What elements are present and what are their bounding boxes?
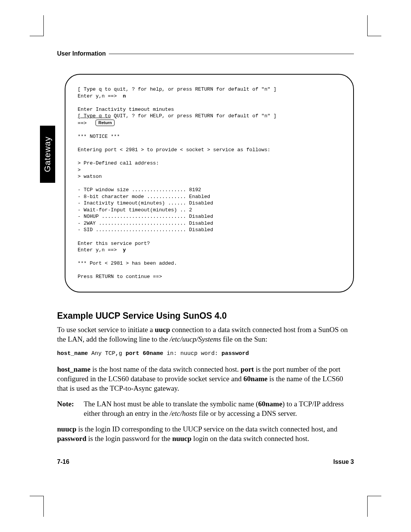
text-run: is the login password for the	[86, 435, 172, 443]
crop-mark-bottom-left	[30, 496, 44, 517]
text-run: To use socket service to initiate a	[57, 326, 155, 334]
page-number: 7-16	[57, 459, 69, 465]
issue-label: Issue 3	[333, 459, 354, 465]
term-input: n	[123, 93, 126, 99]
running-header: User Information	[57, 50, 354, 57]
running-header-text: User Information	[57, 50, 106, 57]
text-run: login on the data switch connected host.	[191, 435, 309, 443]
term-line: - Wait-for-Input timeout(minutes) .. 2	[78, 207, 192, 213]
term-line: *** NOTICE ***	[78, 134, 120, 139]
term-line: ==>	[78, 120, 96, 126]
code-run: Any TCP,g	[88, 350, 126, 357]
term-line: > Pre-Defined call address:	[78, 160, 159, 166]
code-bold: port 60name	[126, 350, 163, 357]
term-line: Press RETURN to continue ==>	[78, 274, 162, 280]
term-line: - 2WAY ............................. Dis…	[78, 220, 213, 226]
paragraph: To use socket service to initiate a uucp…	[57, 325, 354, 344]
page-content: User Information [ Type q to quit, ? for…	[57, 50, 354, 465]
term-line: >	[78, 167, 81, 173]
term-input: y	[123, 247, 126, 253]
text-italic: /etc/uucp/Systems	[170, 335, 221, 343]
paragraph: nuucp is the login ID corresponding to t…	[57, 424, 354, 443]
page-footer: 7-16 Issue 3	[57, 459, 354, 465]
text-run: is the login ID corresponding to the UUC…	[76, 425, 338, 433]
text-bold: password	[57, 435, 86, 443]
text-bold: 60name	[258, 400, 282, 408]
crop-mark-top-left	[30, 15, 44, 36]
note-text: The LAN host must be able to translate t…	[84, 399, 354, 418]
term-line: *** Port < 2981 > has been added.	[78, 260, 177, 266]
section-heading: Example UUCP Service Using SunOS 4.0	[57, 311, 354, 321]
text-italic: /etc/hosts	[170, 409, 197, 417]
return-key-icon: Return	[96, 120, 114, 126]
code-line: host_name Any TCP,g port 60name in: nuuc…	[57, 350, 354, 358]
header-rule	[109, 54, 354, 54]
term-line: Enter y,n ==>	[78, 247, 123, 253]
paragraph: host_name is the host name of the data s…	[57, 364, 354, 393]
text-bold: uucp	[155, 326, 170, 334]
text-bold: 60name	[244, 375, 268, 383]
code-bold: password	[221, 350, 249, 357]
chapter-tab: Gateway	[40, 126, 55, 183]
term-line: - Inactivity timeout(minutes) ...... Dis…	[78, 200, 213, 206]
term-line: - SID .............................. Dis…	[78, 227, 213, 233]
term-line: - TCP window size .................. 819…	[78, 187, 201, 193]
text-run: The LAN host must be able to translate t…	[84, 400, 258, 408]
code-bold: host_name	[57, 350, 88, 357]
term-line: - 8-bit character mode ............. Ena…	[78, 194, 210, 200]
crop-mark-bottom-right	[367, 496, 381, 517]
text-run: file on the Sun:	[221, 335, 267, 343]
text-run: is the host name of the data switch conn…	[91, 365, 241, 373]
text-bold: port	[241, 365, 254, 373]
term-line: Enter y,n ==>	[78, 93, 123, 99]
term-line: Enter Inactivity timeout minutes	[78, 107, 174, 112]
term-line: [ Type q to quit, ? for help, or press R…	[78, 86, 276, 92]
term-line: [ Type q to QUIT, ? for HELP, or press R…	[78, 113, 276, 119]
text-bold: nuucp	[57, 425, 76, 433]
term-line: > watson	[78, 174, 102, 179]
terminal-panel: [ Type q to quit, ? for help, or press R…	[65, 74, 354, 292]
term-line: Entering port < 2981 > to provide < sock…	[78, 147, 270, 153]
term-line: - NOHUP ............................ Dis…	[78, 214, 213, 219]
text-bold: host_name	[57, 365, 91, 373]
terminal-output: [ Type q to quit, ? for help, or press R…	[78, 86, 344, 280]
text-bold: nuucp	[172, 435, 191, 443]
code-run: in: nuucp word:	[163, 350, 221, 357]
note-block: Note: The LAN host must be able to trans…	[57, 399, 354, 418]
crop-mark-top-right	[367, 15, 381, 36]
note-label: Note:	[57, 399, 84, 418]
term-line: Enter this service port?	[78, 241, 150, 246]
text-run: file or by accessing a DNS server.	[197, 409, 297, 417]
body-text: To use socket service to initiate a uucp…	[57, 325, 354, 444]
